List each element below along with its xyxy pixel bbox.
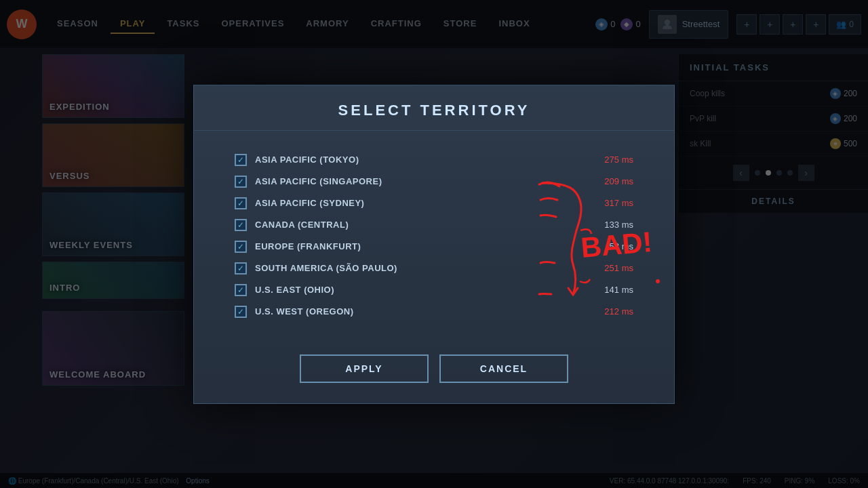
territory-name-tokyo: ASIA PACIFIC (TOKYO) — [255, 155, 585, 165]
checkbox-sydney[interactable] — [235, 197, 247, 209]
territory-name-sydney: ASIA PACIFIC (SYDNEY) — [255, 198, 585, 208]
territory-row-tokyo: ASIA PACIFIC (TOKYO) 275 ms — [235, 151, 633, 169]
territory-row-canada: CANADA (CENTRAL) 133 ms — [235, 216, 633, 234]
apply-button[interactable]: APPLY — [300, 354, 429, 383]
territory-modal: SELECT TERRITORY ASIA PACIFIC (TOKYO) 27… — [193, 85, 675, 404]
territory-row-sydney: ASIA PACIFIC (SYDNEY) 317 ms — [235, 195, 633, 212]
checkbox-tokyo[interactable] — [235, 154, 247, 166]
territory-ping-sao-paulo: 251 ms — [593, 263, 633, 273]
cancel-button[interactable]: CANCEL — [439, 354, 568, 383]
territory-ping-oregon: 212 ms — [593, 306, 633, 317]
territory-name-canada: CANADA (CENTRAL) — [255, 220, 585, 230]
checkbox-oregon[interactable] — [235, 306, 247, 318]
checkbox-canada[interactable] — [235, 219, 247, 231]
territory-ping-ohio: 141 ms — [593, 285, 633, 295]
modal-header: SELECT TERRITORY — [194, 85, 674, 131]
modal-overlay: SELECT TERRITORY ASIA PACIFIC (TOKYO) 27… — [0, 0, 868, 488]
territory-name-sao-paulo: SOUTH AMERICA (SÃO PAULO) — [255, 263, 585, 273]
territory-ping-singapore: 209 ms — [593, 176, 633, 186]
checkbox-sao-paulo[interactable] — [235, 262, 247, 274]
territory-name-singapore: ASIA PACIFIC (SINGAPORE) — [255, 176, 585, 186]
checkbox-ohio[interactable] — [235, 284, 247, 296]
territory-list: ASIA PACIFIC (TOKYO) 275 ms ASIA PACIFIC… — [235, 151, 633, 321]
territory-row-ohio: U.S. EAST (OHIO) 141 ms — [235, 281, 633, 299]
territory-ping-frankfurt: 58 ms — [593, 241, 633, 251]
territory-ping-sydney: 317 ms — [593, 198, 633, 208]
territory-row-sao-paulo: SOUTH AMERICA (SÃO PAULO) 251 ms — [235, 260, 633, 277]
territory-row-singapore: ASIA PACIFIC (SINGAPORE) 209 ms — [235, 173, 633, 190]
territory-name-ohio: U.S. EAST (OHIO) — [255, 285, 585, 295]
checkbox-singapore[interactable] — [235, 176, 247, 188]
modal-body: ASIA PACIFIC (TOKYO) 275 ms ASIA PACIFIC… — [194, 131, 674, 341]
modal-title: SELECT TERRITORY — [194, 102, 674, 119]
territory-row-oregon: U.S. WEST (OREGON) 212 ms — [235, 303, 633, 321]
checkbox-frankfurt[interactable] — [235, 241, 247, 253]
territory-ping-canada: 133 ms — [593, 220, 633, 230]
territory-ping-tokyo: 275 ms — [593, 155, 633, 165]
territory-name-frankfurt: EUROPE (FRANKFURT) — [255, 241, 585, 251]
territory-row-frankfurt: EUROPE (FRANKFURT) 58 ms — [235, 238, 633, 256]
territory-name-oregon: U.S. WEST (OREGON) — [255, 306, 585, 317]
modal-footer: APPLY CANCEL — [194, 341, 674, 403]
